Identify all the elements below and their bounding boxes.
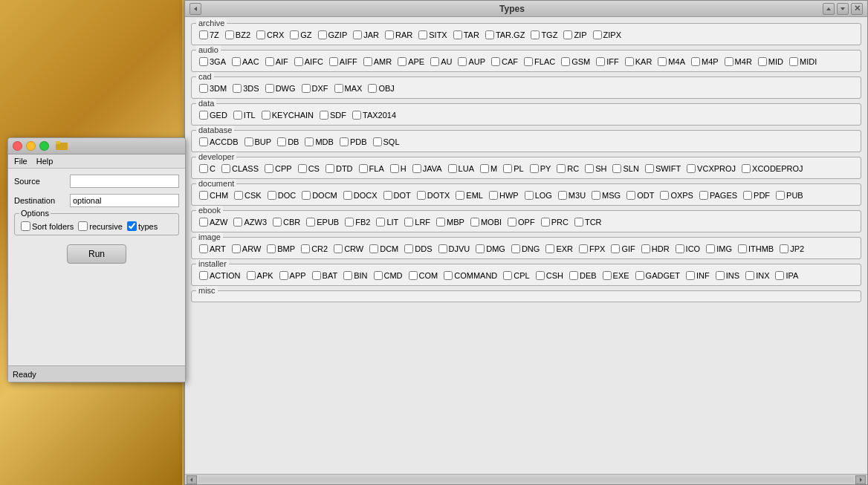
archive-crx[interactable]: CRX bbox=[255, 30, 285, 40]
cad-dxf[interactable]: DXF bbox=[300, 83, 330, 94]
dev-c[interactable]: C bbox=[198, 163, 217, 174]
doc-doc[interactable]: DOC bbox=[266, 190, 297, 201]
audio-amr[interactable]: AMR bbox=[362, 56, 393, 67]
archive-zipx[interactable]: ZIPX bbox=[592, 30, 623, 40]
inst-apk[interactable]: APK bbox=[245, 270, 275, 281]
db-db[interactable]: DB bbox=[276, 137, 300, 147]
img-exr[interactable]: EXR bbox=[544, 244, 574, 254]
audio-m4a[interactable]: M4A bbox=[656, 56, 687, 67]
eb-lit[interactable]: LIT bbox=[375, 217, 400, 227]
archive-tar[interactable]: TAR bbox=[452, 30, 481, 40]
audio-kar[interactable]: KAR bbox=[624, 56, 654, 67]
img-fpx[interactable]: FPX bbox=[577, 244, 606, 254]
img-dng[interactable]: DNG bbox=[510, 244, 541, 254]
window-close-button[interactable]: ✕ bbox=[851, 3, 863, 15]
inst-cpl[interactable]: CPL bbox=[502, 270, 531, 281]
eb-azw3[interactable]: AZW3 bbox=[232, 217, 268, 227]
h-scroll-track[interactable] bbox=[198, 477, 854, 483]
doc-csk[interactable]: CSK bbox=[233, 190, 263, 201]
doc-docm[interactable]: DOCM bbox=[300, 190, 339, 201]
img-arw[interactable]: ARW bbox=[230, 244, 262, 254]
archive-rar[interactable]: RAR bbox=[383, 30, 414, 40]
doc-docx[interactable]: DOCX bbox=[342, 190, 379, 201]
inst-exe[interactable]: EXE bbox=[601, 270, 631, 281]
horizontal-scrollbar[interactable] bbox=[185, 474, 867, 484]
audio-mid[interactable]: MID bbox=[757, 56, 785, 67]
inst-gadget[interactable]: GADGET bbox=[634, 270, 681, 281]
dev-java[interactable]: JAVA bbox=[411, 163, 444, 174]
dev-m[interactable]: M bbox=[479, 163, 499, 174]
inst-ins[interactable]: INS bbox=[714, 270, 741, 281]
file-menu[interactable]: File bbox=[14, 157, 27, 166]
data-sdf[interactable]: SDF bbox=[318, 110, 348, 120]
audio-aifc[interactable]: AIFC bbox=[293, 56, 325, 67]
inst-inx[interactable]: INX bbox=[744, 270, 771, 281]
db-bup[interactable]: BUP bbox=[243, 137, 273, 147]
archive-tgz[interactable]: TGZ bbox=[529, 30, 559, 40]
minimize-button[interactable] bbox=[26, 141, 36, 151]
audio-m4r[interactable]: M4R bbox=[723, 56, 754, 67]
audio-3ga[interactable]: 3GA bbox=[198, 56, 227, 67]
data-ged[interactable]: GED bbox=[198, 110, 229, 120]
doc-dot[interactable]: DOT bbox=[382, 190, 412, 201]
doc-eml[interactable]: EML bbox=[454, 190, 485, 201]
sort-folders-option[interactable]: Sort folders bbox=[21, 221, 74, 231]
cad-max[interactable]: MAX bbox=[333, 83, 364, 94]
dev-pl[interactable]: PL bbox=[502, 163, 525, 174]
audio-aac[interactable]: AAC bbox=[230, 56, 261, 67]
dev-swift[interactable]: SWIFT bbox=[644, 163, 682, 174]
doc-log[interactable]: LOG bbox=[523, 190, 554, 201]
inst-inf[interactable]: INF bbox=[684, 270, 711, 281]
inst-action[interactable]: ACTION bbox=[198, 270, 242, 281]
destination-input[interactable] bbox=[70, 194, 179, 207]
dev-h[interactable]: H bbox=[389, 163, 408, 174]
audio-aiff[interactable]: AIFF bbox=[328, 56, 359, 67]
audio-au[interactable]: AU bbox=[429, 56, 453, 67]
dev-py[interactable]: PY bbox=[528, 163, 553, 174]
doc-chm[interactable]: CHM bbox=[198, 190, 230, 201]
dev-cs[interactable]: CS bbox=[297, 163, 321, 174]
img-cr2[interactable]: CR2 bbox=[299, 244, 329, 254]
maximize-button[interactable] bbox=[39, 141, 49, 151]
doc-oxps[interactable]: OXPS bbox=[658, 190, 695, 201]
inst-bin[interactable]: BIN bbox=[342, 270, 369, 281]
eb-cbr[interactable]: CBR bbox=[271, 217, 302, 227]
eb-prc[interactable]: PRC bbox=[540, 217, 570, 227]
doc-pub[interactable]: PUB bbox=[774, 190, 805, 201]
audio-midi[interactable]: MIDI bbox=[788, 56, 818, 67]
source-input[interactable] bbox=[70, 175, 179, 188]
doc-odt[interactable]: ODT bbox=[625, 190, 655, 201]
img-dmg[interactable]: DMG bbox=[474, 244, 507, 254]
sort-folders-checkbox[interactable] bbox=[21, 221, 30, 231]
img-ithmb[interactable]: ITHMB bbox=[736, 244, 775, 254]
eb-epub[interactable]: EPUB bbox=[305, 217, 340, 227]
eb-lrf[interactable]: LRF bbox=[403, 217, 432, 227]
inst-command[interactable]: COMMAND bbox=[442, 270, 499, 281]
scroll-down-button[interactable] bbox=[837, 3, 849, 15]
back-button[interactable] bbox=[190, 3, 201, 15]
doc-m3u[interactable]: M3U bbox=[557, 190, 587, 201]
img-img[interactable]: IMG bbox=[705, 244, 733, 254]
eb-tcr[interactable]: TCR bbox=[573, 217, 603, 227]
inst-cmd[interactable]: CMD bbox=[372, 270, 404, 281]
img-djvu[interactable]: DJVU bbox=[437, 244, 472, 254]
archive-jar[interactable]: JAR bbox=[352, 30, 380, 40]
dev-class[interactable]: CLASS bbox=[220, 163, 260, 174]
archive-zip[interactable]: ZIP bbox=[562, 30, 588, 40]
doc-dotx[interactable]: DOTX bbox=[415, 190, 452, 201]
archive-sitx[interactable]: SITX bbox=[417, 30, 448, 40]
doc-pdf[interactable]: PDF bbox=[742, 190, 771, 201]
scroll-left-button[interactable] bbox=[187, 475, 197, 484]
audio-aif[interactable]: AIF bbox=[264, 56, 290, 67]
img-ico[interactable]: ICO bbox=[674, 244, 702, 254]
types-option[interactable]: types bbox=[127, 221, 158, 231]
eb-fb2[interactable]: FB2 bbox=[343, 217, 372, 227]
scroll-up-button[interactable] bbox=[823, 3, 835, 15]
db-accdb[interactable]: ACCDB bbox=[198, 137, 240, 147]
img-dds[interactable]: DDS bbox=[403, 244, 433, 254]
data-keychain[interactable]: KEYCHAIN bbox=[260, 110, 315, 120]
main-content[interactable]: archive 7Z BZ2 CRX GZ GZIP JAR RAR SITX … bbox=[185, 17, 867, 474]
run-button[interactable]: Run bbox=[67, 244, 126, 264]
doc-pages[interactable]: PAGES bbox=[698, 190, 739, 201]
cad-3dm[interactable]: 3DM bbox=[198, 83, 228, 94]
